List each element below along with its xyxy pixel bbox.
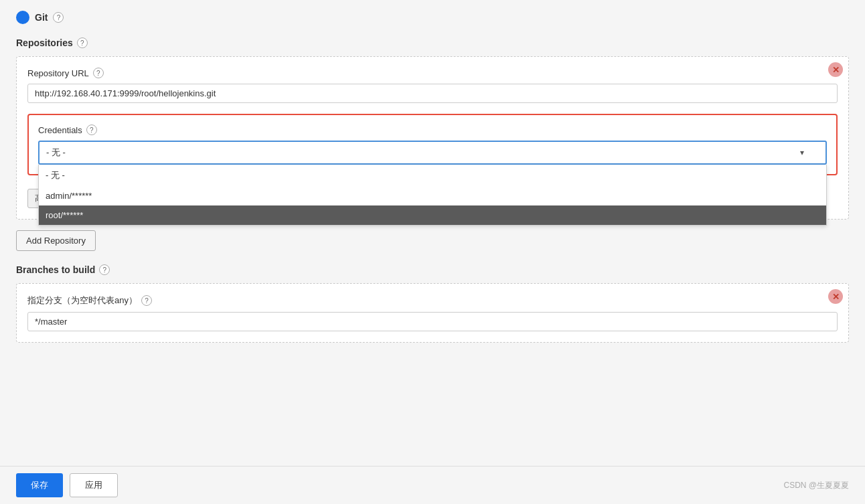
chevron-down-icon: ▾ <box>800 148 804 157</box>
credentials-box: Credentials ? - 无 - ▾ - 无 - admin/******… <box>27 114 838 175</box>
credentials-option-root[interactable]: root/****** <box>39 205 826 225</box>
credentials-label: Credentials ? <box>38 124 827 135</box>
credentials-select-wrapper: - 无 - ▾ - 无 - admin/****** root/****** <box>38 141 827 165</box>
branches-field-label: 指定分支（为空时代表any） ? <box>27 295 838 307</box>
add-repository-button[interactable]: Add Repository <box>16 230 96 251</box>
repository-url-help-icon[interactable]: ? <box>93 68 104 78</box>
git-help-icon[interactable]: ? <box>53 12 64 23</box>
git-dot <box>16 11 29 24</box>
repositories-title: Repositories <box>16 37 73 48</box>
close-branches-button[interactable]: ✕ <box>828 289 843 304</box>
credentials-option-none[interactable]: - 无 - <box>39 165 826 186</box>
bottom-actions: 保存 应用 <box>16 473 118 497</box>
branches-box: ✕ 指定分支（为空时代表any） ? <box>16 283 849 343</box>
apply-button[interactable]: 应用 <box>70 473 118 497</box>
credentials-help-icon[interactable]: ? <box>86 124 97 135</box>
watermark: CSDN @生夏夏夏 <box>783 480 849 491</box>
branches-section-header: Branches to build ? <box>16 264 849 275</box>
credentials-dropdown: - 无 - admin/****** root/****** <box>38 165 827 226</box>
repository-url-input[interactable] <box>27 84 838 103</box>
git-title: Git <box>35 12 48 23</box>
repository-box: ✕ Repository URL ? Credentials ? - 无 - ▾ <box>16 56 849 220</box>
branches-title: Branches to build <box>16 264 95 275</box>
repositories-help-icon[interactable]: ? <box>77 37 88 48</box>
close-repository-button[interactable]: ✕ <box>828 62 843 77</box>
repositories-section-header: Repositories ? <box>16 37 849 48</box>
credentials-selected-value: - 无 - <box>46 147 66 159</box>
branches-help-icon[interactable]: ? <box>99 264 110 275</box>
repository-url-label: Repository URL ? <box>27 68 838 78</box>
bottom-bar: 保存 应用 CSDN @生夏夏夏 <box>0 466 865 504</box>
save-button[interactable]: 保存 <box>16 473 63 497</box>
branches-field-help-icon[interactable]: ? <box>141 295 152 306</box>
credentials-select[interactable]: - 无 - ▾ <box>38 141 827 165</box>
git-header: Git ? <box>16 11 849 24</box>
branches-input[interactable] <box>27 312 838 331</box>
credentials-option-admin[interactable]: admin/****** <box>39 186 826 205</box>
